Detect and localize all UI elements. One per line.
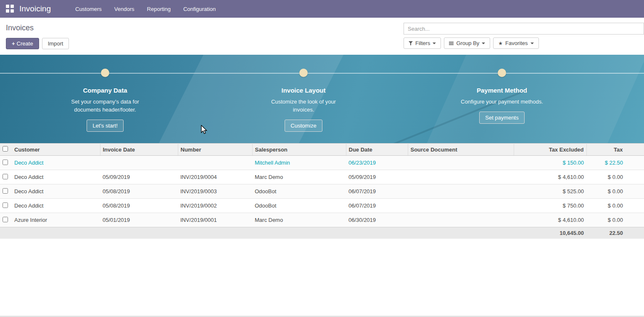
totals-row: 10,645.00 22.50 <box>0 227 644 239</box>
cell-customer[interactable]: Deco Addict <box>12 170 100 184</box>
cell-invoice-date: 05/01/2019 <box>100 213 178 227</box>
menu-reporting[interactable]: Reporting <box>147 6 171 12</box>
list-footer: 10,645.00 22.50 <box>0 227 644 239</box>
step-title: Invoice Layout <box>281 87 325 94</box>
step-dot-icon <box>498 69 506 77</box>
group-by-button[interactable]: Group By <box>444 37 490 49</box>
search-options-row: Filters Group By ★ Favorites <box>404 37 644 49</box>
app-name[interactable]: Invoicing <box>19 4 51 13</box>
col-header-invoice-date[interactable]: Invoice Date <box>100 144 178 156</box>
table-row[interactable]: Deco Addict 05/09/2019 INV/2019/0004 Mar… <box>0 170 644 184</box>
cell-due-date: 06/23/2019 <box>346 156 408 170</box>
cell-due-date: 06/30/2019 <box>346 213 408 227</box>
page-title: Invoices <box>6 24 69 32</box>
mouse-cursor <box>201 125 207 134</box>
step-description: Configure your payment methods. <box>449 98 554 106</box>
row-checkbox[interactable] <box>3 217 8 222</box>
chevron-down-icon <box>482 43 485 46</box>
cell-source-document <box>408 213 514 227</box>
step-title: Payment Method <box>477 87 527 94</box>
col-header-tax[interactable]: Tax <box>586 144 644 156</box>
star-icon: ★ <box>498 41 503 46</box>
menu-vendors[interactable]: Vendors <box>114 6 135 12</box>
invoice-list-table: Customer Invoice Date Number Salesperson… <box>0 143 644 239</box>
col-header-tax-excluded[interactable]: Tax Excluded <box>514 144 586 156</box>
menu-customers[interactable]: Customers <box>75 6 102 12</box>
cell-number: INV/2019/0003 <box>178 184 252 199</box>
row-checkbox[interactable] <box>3 160 8 165</box>
favorites-button[interactable]: ★ Favorites <box>493 37 538 49</box>
cell-invoice-date <box>100 156 178 170</box>
cell-tax: $ 0.00 <box>586 199 644 213</box>
row-select-cell <box>0 213 12 227</box>
funnel-icon <box>409 41 413 45</box>
cell-customer[interactable]: Deco Addict <box>12 156 100 170</box>
totals-row-spacer <box>0 227 514 239</box>
list-header: Customer Invoice Date Number Salesperson… <box>0 144 644 156</box>
cell-customer[interactable]: Azure Interior <box>12 213 100 227</box>
step-title: Company Data <box>83 87 127 94</box>
table-row[interactable]: Deco Addict Mitchell Admin 06/23/2019 $ … <box>0 156 644 170</box>
search-input[interactable] <box>404 23 644 35</box>
customize-button[interactable]: Customize <box>285 120 322 132</box>
cell-salesperson: OdooBot <box>252 184 346 199</box>
cell-due-date: 05/09/2019 <box>346 170 408 184</box>
onboarding-step-payment-method: Payment Method Configure your payment me… <box>449 69 554 124</box>
cell-number: INV/2019/0004 <box>178 170 252 184</box>
cell-number <box>178 156 252 170</box>
step-description: Customize the look of your invoices. <box>266 98 341 114</box>
step-dot-icon <box>299 69 308 77</box>
row-checkbox[interactable] <box>3 174 8 179</box>
cell-due-date: 06/07/2019 <box>346 184 408 199</box>
row-select-cell <box>0 156 12 170</box>
cell-customer[interactable]: Deco Addict <box>12 199 100 213</box>
table-row[interactable]: Deco Addict 05/08/2019 INV/2019/0002 Odo… <box>0 199 644 213</box>
filters-button-label: Filters <box>415 40 430 46</box>
cell-tax: $ 0.00 <box>586 184 644 199</box>
import-button[interactable]: Import <box>42 38 69 49</box>
cell-number: INV/2019/0002 <box>178 199 252 213</box>
action-buttons: +Create Import <box>6 38 69 49</box>
table-row[interactable]: Azure Interior 05/01/2019 INV/2019/0001 … <box>0 213 644 227</box>
filters-button[interactable]: Filters <box>404 37 441 49</box>
cell-customer[interactable]: Deco Addict <box>12 184 100 199</box>
top-menu: Customers Vendors Reporting Configuratio… <box>75 6 216 12</box>
cell-salesperson: Marc Demo <box>252 213 346 227</box>
create-button[interactable]: +Create <box>6 38 39 49</box>
row-select-cell <box>0 184 12 199</box>
cell-number: INV/2019/0001 <box>178 213 252 227</box>
list-body: Deco Addict Mitchell Admin 06/23/2019 $ … <box>0 156 644 227</box>
onboarding-step-company-data: Company Data Set your company's data for… <box>65 69 145 132</box>
row-checkbox[interactable] <box>3 188 8 194</box>
cell-salesperson: Marc Demo <box>252 170 346 184</box>
col-header-salesperson[interactable]: Salesperson <box>252 144 346 156</box>
cell-source-document <box>408 170 514 184</box>
group-by-button-label: Group By <box>456 40 479 46</box>
cell-tax-excluded: $ 750.00 <box>514 199 586 213</box>
cell-salesperson: OdooBot <box>252 199 346 213</box>
row-checkbox[interactable] <box>3 202 8 208</box>
select-all-checkbox[interactable] <box>3 146 8 152</box>
col-header-source-document[interactable]: Source Document <box>408 144 514 156</box>
table-row[interactable]: Deco Addict 05/08/2019 INV/2019/0003 Odo… <box>0 184 644 199</box>
create-button-label: Create <box>17 40 33 47</box>
menu-configuration[interactable]: Configuration <box>183 6 216 12</box>
cell-tax-excluded: $ 525.00 <box>514 184 586 199</box>
cell-due-date: 06/07/2019 <box>346 199 408 213</box>
cell-tax: $ 0.00 <box>586 213 644 227</box>
cell-tax-excluded: $ 150.00 <box>514 156 586 170</box>
set-payments-button[interactable]: Set payments <box>479 112 525 124</box>
cell-invoice-date: 05/08/2019 <box>100 199 178 213</box>
col-header-number[interactable]: Number <box>178 144 252 156</box>
invoicing-app-window: Invoicing Customers Vendors Reporting Co… <box>0 0 644 317</box>
favorites-button-label: Favorites <box>505 40 528 46</box>
col-header-customer[interactable]: Customer <box>12 144 100 156</box>
step-dot-icon <box>101 69 109 77</box>
apps-menu-icon[interactable] <box>6 5 14 13</box>
col-header-due-date[interactable]: Due Date <box>346 144 408 156</box>
control-panel: Invoices +Create Import Filters Group By <box>0 18 644 55</box>
lets-start-button[interactable]: Let's start! <box>87 120 124 132</box>
onboarding-banner: Company Data Set your company's data for… <box>0 55 644 143</box>
control-panel-right: Filters Group By ★ Favorites <box>404 23 644 51</box>
total-tax: 22.50 <box>586 227 644 239</box>
